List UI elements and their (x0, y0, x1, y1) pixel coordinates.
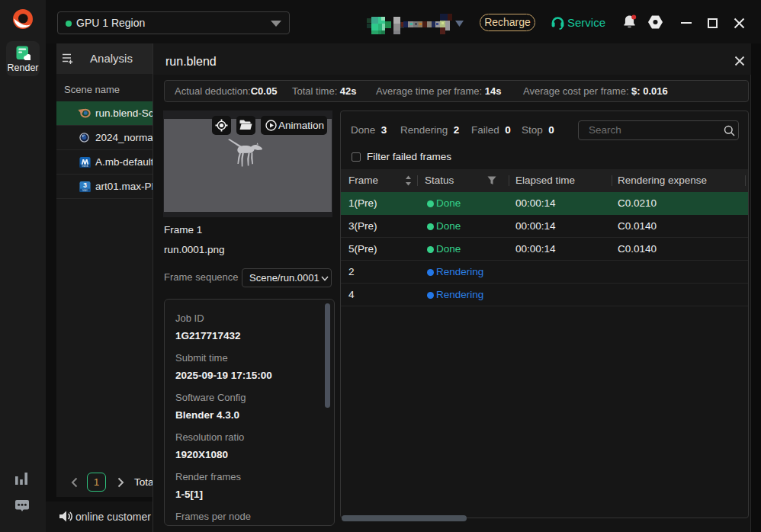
svg-text:MAYA: MAYA (82, 165, 88, 168)
svg-text:3: 3 (83, 181, 87, 189)
svg-text:MAX: MAX (82, 189, 88, 192)
